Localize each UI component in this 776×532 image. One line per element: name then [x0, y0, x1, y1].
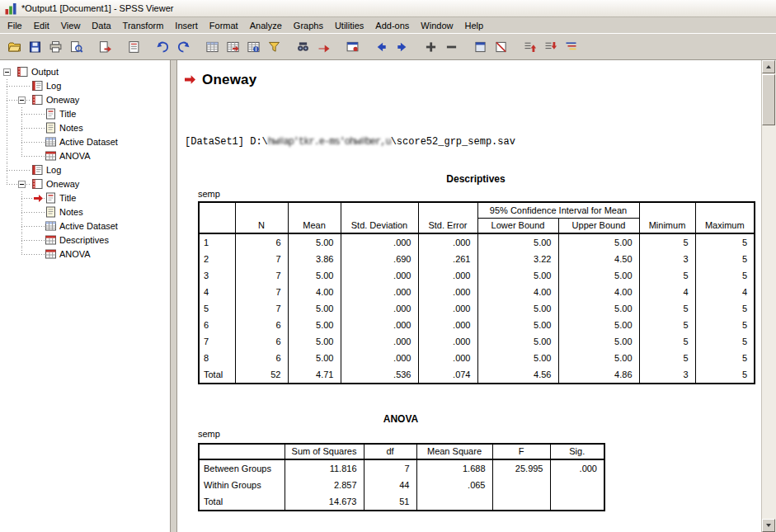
red-arrow-icon: [317, 40, 331, 56]
descriptives-table[interactable]: N Mean Std. Deviation Std. Error 95% Con…: [198, 201, 755, 384]
tree-item-active-dataset[interactable]: Active Dataset: [0, 135, 170, 149]
navigate-prev-button[interactable]: [371, 38, 391, 58]
tree-guide-line: [7, 121, 7, 135]
tree-item-output[interactable]: Output: [0, 65, 170, 79]
value-cell: .074: [418, 366, 477, 384]
tree-expander-minus[interactable]: [18, 97, 26, 104]
row-label-cell: 4: [199, 284, 235, 300]
value-cell: .000: [341, 333, 418, 350]
value-cell: .000: [550, 459, 604, 477]
variables-button[interactable]: i: [243, 38, 263, 58]
value-cell: .261: [418, 251, 477, 267]
scrollbar-thumb[interactable]: [762, 74, 775, 125]
tree-item-log[interactable]: Log: [0, 79, 170, 93]
menu-item-graphs[interactable]: Graphs: [288, 19, 329, 32]
tree-item-oneway[interactable]: Oneway: [0, 177, 170, 191]
table-row: Within Groups2.85744.065: [199, 477, 604, 493]
value-cell: 5: [639, 267, 695, 284]
tree-item-anova[interactable]: ANOVA: [0, 247, 170, 261]
value-cell: 3: [639, 366, 695, 384]
tree-expander-minus[interactable]: [18, 181, 26, 188]
doc-list-icon: [127, 40, 141, 56]
pane-splitter[interactable]: [171, 60, 177, 532]
table-row: Total14.67351: [199, 493, 604, 511]
triangle-up-icon: [766, 65, 771, 68]
tree-item-title[interactable]: Title: [0, 107, 170, 121]
row-label-cell: 8: [199, 350, 235, 366]
undo-button[interactable]: [153, 38, 172, 58]
scroll-down-button[interactable]: [762, 519, 775, 532]
menu-item-format[interactable]: Format: [204, 19, 244, 32]
current-item-arrow-icon: [33, 194, 43, 205]
anova-table[interactable]: Sum of Squares df Mean Square F Sig. Bet…: [198, 443, 605, 511]
redo-button[interactable]: [173, 38, 193, 58]
tree-item-log[interactable]: Log: [0, 163, 170, 177]
menu-item-file[interactable]: File: [2, 19, 28, 32]
scroll-up-button[interactable]: [762, 60, 775, 73]
menu-item-help[interactable]: Help: [459, 19, 489, 32]
menu-item-insert[interactable]: Insert: [169, 19, 204, 32]
table-row: 865.00.000.0005.005.0055: [199, 350, 755, 366]
row-label-cell: 5: [199, 300, 235, 317]
tree-item-title[interactable]: Title: [0, 191, 170, 205]
value-cell: 2.857: [285, 477, 364, 493]
vertical-scrollbar[interactable]: [761, 60, 776, 532]
output-pane: Oneway [DataSet1] D:\hw#ap'tkr.e-ms'ohw#…: [177, 60, 761, 532]
value-cell: 5: [695, 267, 755, 284]
value-cell: 4.00: [288, 284, 341, 300]
menu-item-analyze[interactable]: Analyze: [244, 19, 288, 32]
descriptives-title: Descriptives: [198, 173, 754, 185]
tree-item-active-dataset[interactable]: Active Dataset: [0, 219, 170, 233]
export-output-button[interactable]: [95, 38, 115, 58]
tree-item-label: Output: [31, 67, 59, 77]
table-row: 575.00.000.0005.005.0055: [199, 300, 755, 317]
goto-data-button[interactable]: [202, 38, 222, 58]
recall-dialogs-button[interactable]: [124, 38, 143, 58]
tree-expander-minus[interactable]: [3, 68, 11, 76]
designate-window-button[interactable]: [342, 38, 362, 58]
value-cell: 4: [639, 284, 695, 300]
triangle-down-icon: [766, 524, 771, 527]
hide-results-button[interactable]: [491, 38, 510, 58]
value-cell: 5.00: [477, 333, 558, 350]
value-cell: .690: [341, 251, 418, 267]
value-cell: 11.816: [285, 459, 364, 477]
demote-outline-button[interactable]: [540, 38, 560, 58]
value-cell: 5.00: [288, 300, 341, 317]
print-preview-button[interactable]: [66, 38, 86, 58]
tree-item-notes[interactable]: Notes: [0, 121, 170, 135]
select-last-output-button[interactable]: [313, 38, 333, 58]
value-cell: 6: [235, 350, 288, 366]
find-button[interactable]: [293, 38, 313, 58]
open-output-button[interactable]: [4, 38, 24, 58]
goto-case-button[interactable]: [223, 38, 242, 58]
use-sets-button[interactable]: [264, 38, 284, 58]
menu-item-view[interactable]: View: [55, 19, 87, 32]
menu-item-utilities[interactable]: Utilities: [329, 19, 369, 32]
book-icon: [31, 178, 44, 190]
corner-cell: [199, 444, 285, 459]
value-cell: 6: [235, 233, 288, 251]
tree-item-anova[interactable]: ANOVA: [0, 149, 170, 163]
save-button[interactable]: [25, 38, 45, 58]
tree-item-descriptives[interactable]: Descriptives: [0, 233, 170, 247]
value-cell: .000: [418, 284, 477, 300]
tree-item-oneway[interactable]: Oneway: [0, 93, 170, 107]
promote-outline-button[interactable]: [520, 38, 539, 58]
print-button[interactable]: [45, 38, 65, 58]
expand-outline-button[interactable]: [421, 38, 440, 58]
menu-item-transform[interactable]: Transform: [117, 19, 170, 32]
menu-item-data[interactable]: Data: [86, 19, 116, 32]
menu-item-edit[interactable]: Edit: [28, 19, 55, 32]
menu-item-window[interactable]: Window: [415, 19, 459, 32]
tree-item-notes[interactable]: Notes: [0, 205, 170, 219]
value-cell: .000: [341, 300, 418, 317]
change-outline-size-button[interactable]: [561, 38, 581, 58]
title-icon: [45, 108, 57, 120]
collapse-outline-button[interactable]: [441, 38, 461, 58]
navigate-next-button[interactable]: [392, 38, 412, 58]
menu-item-add-ons[interactable]: Add-ons: [369, 19, 415, 32]
value-cell: 5: [695, 317, 755, 333]
table-row: 273.86.690.2613.224.5035: [199, 251, 755, 267]
show-results-button[interactable]: [470, 38, 490, 58]
